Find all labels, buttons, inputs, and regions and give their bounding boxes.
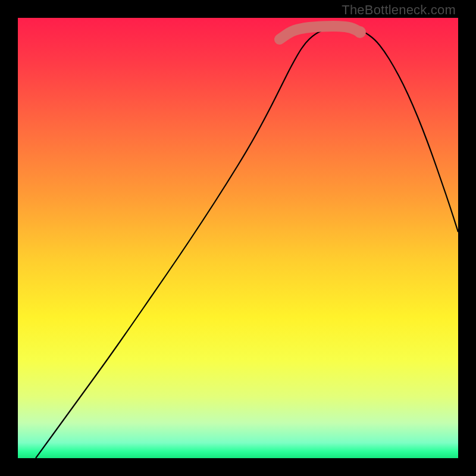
curve-layer (18, 18, 458, 458)
chart-frame (18, 18, 458, 458)
right-bottleneck-curve (339, 26, 458, 232)
left-bottleneck-curve (36, 26, 339, 458)
optimal-range-marker (280, 26, 360, 39)
watermark-text: TheBottleneck.com (342, 2, 456, 18)
optimal-end-dot (354, 26, 366, 38)
